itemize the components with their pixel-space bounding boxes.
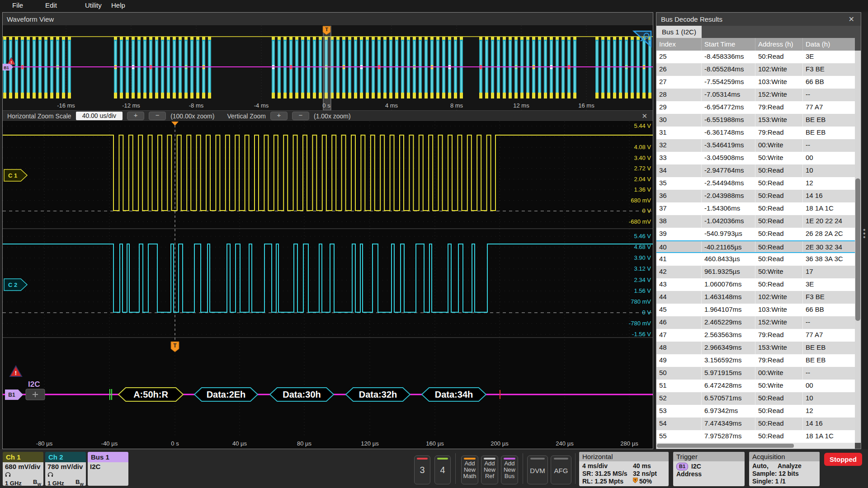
table-cell: -8.458336ms [702,51,755,63]
table-cell: -2.947764ms [702,164,755,177]
table-row[interactable]: 37-1.54306ms50:Read18 1A 1C [656,202,855,215]
horizontal-scrollbar[interactable] [656,443,855,449]
table-row[interactable]: 28-7.05314ms152:Write-- [656,89,855,101]
channel2-bw-badge: BW [75,479,84,486]
channel1-badge[interactable]: Ch 1 680 mV/div 1 GHz BW [3,452,43,486]
channel3-button[interactable]: 3 [414,455,430,484]
table-cell: 53 [656,405,702,418]
horizontal-scrollbar-thumb[interactable] [657,444,794,448]
menu-help[interactable]: Help [111,1,125,9]
ch1-trace[interactable] [3,135,653,211]
table-row[interactable]: 451.964107ms103:Write66 BB [656,304,855,316]
vertical-scrollbar-thumb[interactable] [855,178,860,321]
table-cell: 7.975287ms [702,430,755,443]
bus1-badge[interactable]: Bus 1 I2C [88,452,128,486]
h-zoom-plus-button[interactable]: + [127,112,144,120]
table-row[interactable]: 431.060076ms50:Read3E [656,278,855,291]
table-row[interactable]: 557.975287ms50:Read18 1A 1C [656,430,855,443]
col-address[interactable]: Address (h) [755,38,803,51]
table-cell: 00 [803,152,855,164]
vertical-scrollbar[interactable] [855,51,861,443]
table-row[interactable]: 29-6.954772ms79:Read77 A7 [656,101,855,114]
add-new-bus-button[interactable]: Add New Bus [501,455,518,484]
table-cell: 51 [656,380,702,392]
bus1-tag[interactable]: B1 [5,389,23,400]
overview-waveform[interactable]: T!B1 -16 ms-12 ms-8 ms-4 ms0 s4 ms8 ms12… [3,26,653,110]
table-row[interactable]: 32-3.546419ms00:Write-- [656,139,855,152]
table-cell: -- [803,89,855,101]
table-row[interactable]: 42961.9325µs50:Write17 [656,266,855,278]
horizontal-sample-rate: SR: 31.25 MS/s [582,470,633,478]
horizontal-panel[interactable]: Horizontal 4 ms/div 40 ms SR: 31.25 MS/s… [579,452,669,486]
table-row[interactable]: 34-2.947764ms50:Read10 [656,164,855,177]
add-new-ref-button[interactable]: Add New Ref [481,455,498,484]
v-zoom-minus-button[interactable]: − [292,112,309,120]
acquisition-panel[interactable]: Acquisition Auto, Analyze Sample: 12 bit… [749,452,820,486]
table-cell: -1.54306ms [702,202,755,215]
h-zoom-minus-button[interactable]: − [149,112,166,120]
table-row[interactable]: 472.563563ms79:Read77 A7 [656,329,855,342]
zoom-time-label: 240 µs [556,440,573,447]
trigger-panel[interactable]: Trigger B1 I2C Address [673,452,745,486]
table-cell: -- [803,316,855,329]
col-start-time[interactable]: Start Time [702,38,755,51]
table-row[interactable]: 505.971915ms00:Write-- [656,367,855,380]
bus-expand-button[interactable] [26,389,45,400]
channel4-button[interactable]: 4 [434,455,451,484]
table-row[interactable]: 40-40.21165µs50:Read2E 30 32 34 [656,240,855,253]
table-row[interactable]: 441.463148ms102:WriteF3 BE [656,291,855,304]
table-row[interactable]: 26-8.055284ms102:WriteF3 BE [656,63,855,76]
table-cell: 26 [656,63,702,76]
table-row[interactable]: 25-8.458336ms50:Read3E [656,51,855,63]
zoom-waveform[interactable]: C 1C 2T!I2CB1A:50h:RData:2EhData:30hData… [3,122,653,449]
trigger-position-flag[interactable]: T [171,342,179,352]
table-cell: 2.563563ms [702,329,755,342]
table-row[interactable]: 493.156592ms79:ReadBE EB [656,354,855,367]
stopped-button[interactable]: Stopped [824,453,862,466]
ch1-scale-label: 5.44 V [634,122,651,129]
tab-bus1-i2c[interactable]: Bus 1 (I2C) [656,26,702,38]
zoom-close-icon[interactable]: ✕ [642,112,647,120]
panel-close-icon[interactable]: ✕ [849,13,854,26]
table-row[interactable]: 38-1.042036ms50:Read1E 20 22 24 [656,215,855,228]
table-cell: 1.463148ms [702,291,755,304]
table-row[interactable]: 41460.8433µs50:Read36 38 3A 3C [656,253,855,266]
table-row[interactable]: 36-2.043988ms50:Read14 16 [656,190,855,202]
table-cell: 7.474349ms [702,418,755,430]
ch2-tag[interactable]: C 2 [4,279,27,291]
ch2-trace[interactable] [3,244,653,312]
table-row[interactable]: 516.472428ms50:Write00 [656,380,855,392]
menu-file[interactable]: File [12,1,23,9]
table-cell: -6.551988ms [702,114,755,127]
table-row[interactable]: 526.570571ms50:Read10 [656,392,855,405]
table-row[interactable]: 31-6.361748ms79:ReadBE EB [656,127,855,139]
channel2-badge[interactable]: Ch 2 780 mV/div 1 GHz BW [45,452,86,486]
ch1-tag[interactable]: C 1 [4,169,27,181]
col-data[interactable]: Data (h) [803,38,855,51]
table-cell: 102:Write [755,291,803,304]
col-index[interactable]: Index [656,38,702,51]
table-row[interactable]: 39-540.9793µs50:Read26 28 2A 2C [656,228,855,240]
table-row[interactable]: 536.97342ms50:Read12 [656,405,855,418]
menu-utility[interactable]: Utility [85,1,102,9]
dvm-button[interactable]: DVM [527,455,548,484]
afg-button[interactable]: AFG [551,455,571,484]
table-cell: 50 [656,367,702,380]
ch2-scale-label: 2.34 V [634,277,651,283]
bus-warning-icon[interactable]: ! [10,366,22,376]
bus-decode-panel: Bus Decode Results ✕ Bus 1 (I2C) Index S… [656,12,861,449]
table-row[interactable]: 27-7.554259ms103:Write66 BB [656,76,855,89]
add-new-math-button[interactable]: Add New Math [461,455,478,484]
table-row[interactable]: 482.966349ms153:WriteBE EB [656,342,855,354]
table-row[interactable]: 462.465229ms152:Write-- [656,316,855,329]
waveform-view-title: Waveform View [3,13,653,26]
table-cell: 10 [803,164,855,177]
splitter-handle-icon[interactable]: ••• [863,228,866,239]
menu-edit[interactable]: Edit [45,1,57,9]
table-row[interactable]: 547.474349ms50:Read14 16 [656,418,855,430]
table-row[interactable]: 35-2.544948ms50:Read12 [656,177,855,190]
v-zoom-plus-button[interactable]: + [270,112,288,120]
table-row[interactable]: 33-3.045908ms50:Write00 [656,152,855,164]
table-row[interactable]: 30-6.551988ms153:WriteBE EB [656,114,855,127]
h-zoom-scale-input[interactable]: 40.00 us/div [76,112,123,120]
